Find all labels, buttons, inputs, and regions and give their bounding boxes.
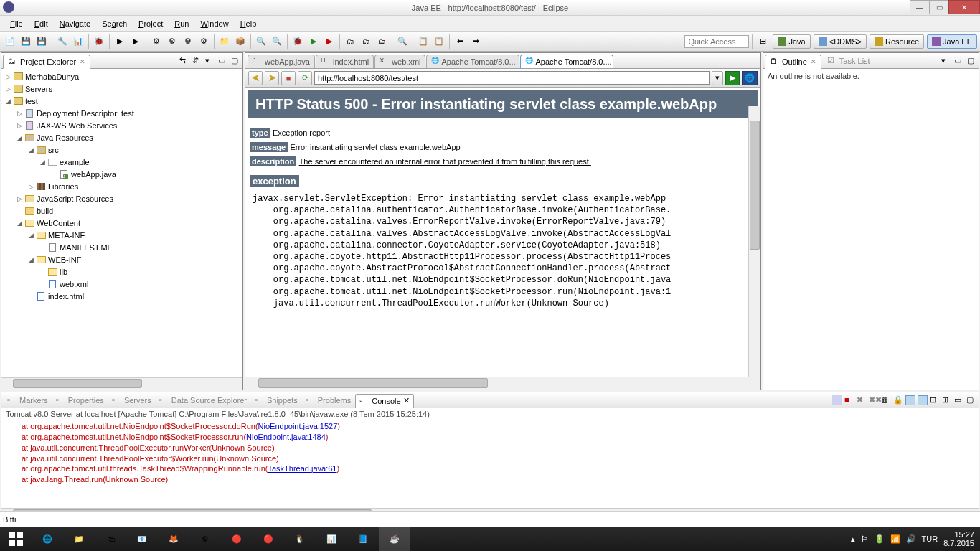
close-view-icon[interactable]: ✕ <box>80 58 85 65</box>
forward-icon[interactable]: ➡ <box>468 34 483 49</box>
minimize-view-icon[interactable]: ▭ <box>954 56 964 66</box>
tasklist-tab[interactable]: ☑ Task List <box>823 54 875 67</box>
link-editor-icon[interactable]: ⇵ <box>192 56 202 66</box>
server-icon[interactable]: ▶ <box>128 34 143 49</box>
menu-search[interactable]: Search <box>96 18 133 29</box>
close-view-icon[interactable]: ✕ <box>811 58 816 65</box>
server-icon[interactable]: ▶ <box>113 34 127 49</box>
tree-item[interactable]: ▷Servers <box>1 83 242 95</box>
console-view-tab[interactable]: ▫Snippets <box>251 394 301 407</box>
horizontal-scrollbar[interactable] <box>1 377 242 390</box>
taskbar-app-icon[interactable]: ⚙ <box>189 527 221 551</box>
perspective-resource[interactable]: Resource <box>870 34 924 49</box>
tray-flag-icon[interactable]: 🏳 <box>861 534 869 543</box>
tool-icon[interactable]: 🗂 <box>343 34 357 49</box>
tool-icon[interactable]: 📋 <box>416 34 430 49</box>
browser-go-button[interactable]: ▶ <box>725 71 740 85</box>
url-dropdown-icon[interactable]: ▾ <box>712 71 723 85</box>
maximize-view-icon[interactable]: ▢ <box>966 395 976 405</box>
open-console-icon[interactable]: ⊞ <box>930 395 940 405</box>
menu-project[interactable]: Project <box>133 18 169 29</box>
tree-item[interactable]: MANIFEST.MF <box>1 241 242 253</box>
tree-item[interactable]: ▷Deployment Descriptor: test <box>1 107 242 119</box>
open-perspective-icon[interactable]: ⊞ <box>755 34 770 49</box>
tray-time[interactable]: 15:27 <box>943 530 974 539</box>
menu-file[interactable]: File <box>4 18 29 29</box>
console-view-tab[interactable]: ▫Servers <box>108 394 155 407</box>
browser-forward-icon[interactable]: ⮞ <box>265 71 279 85</box>
tool-icon[interactable]: 📊 <box>71 34 85 49</box>
tray-volume-icon[interactable]: 🔊 <box>906 534 916 544</box>
tray-network-icon[interactable]: 📶 <box>890 534 900 544</box>
tray-up-icon[interactable]: ▴ <box>851 534 855 544</box>
horizontal-scrollbar[interactable] <box>245 377 760 390</box>
minimize-view-icon[interactable]: ▭ <box>218 56 228 66</box>
tree-item[interactable]: JwebApp.java <box>1 168 242 180</box>
collapse-all-icon[interactable]: ⇆ <box>179 56 189 66</box>
save-all-icon[interactable]: 💾 <box>34 34 49 49</box>
tool-icon[interactable]: 🔍 <box>254 34 268 49</box>
minimize-view-icon[interactable]: ▭ <box>954 395 964 405</box>
outline-tab[interactable]: 🗒 Outline ✕ <box>765 55 821 69</box>
remove-all-icon[interactable]: ✖✖ <box>869 395 879 405</box>
taskbar-app-icon[interactable]: 📊 <box>316 527 347 551</box>
save-icon[interactable]: 💾 <box>19 34 33 49</box>
tree-item[interactable]: ◢test <box>1 95 242 107</box>
browser-refresh-icon[interactable]: ⟳ <box>298 71 312 85</box>
remove-launch-icon[interactable]: ✖ <box>857 395 867 405</box>
vertical-scrollbar[interactable] <box>748 106 760 377</box>
tool-icon[interactable]: ⚙ <box>197 34 211 49</box>
close-view-icon[interactable]: ✕ <box>403 396 410 405</box>
start-button[interactable] <box>0 527 32 551</box>
editor-tab[interactable]: Xweb.xml <box>374 55 425 68</box>
tray-lang[interactable]: TUR <box>922 534 938 543</box>
browser-content[interactable]: HTTP Status 500 - Error instantiating se… <box>245 88 760 377</box>
tool-icon[interactable]: ⚙ <box>165 34 179 49</box>
tree-item[interactable]: ◢src <box>1 143 242 156</box>
pin-console-icon[interactable] <box>905 395 915 405</box>
tree-item[interactable]: index.html <box>1 290 242 302</box>
terminate-icon[interactable]: ■ <box>844 395 854 405</box>
console-view-tab[interactable]: ▫Data Source Explorer <box>156 394 250 407</box>
quick-access-input[interactable] <box>684 35 749 48</box>
back-icon[interactable]: ⬅ <box>453 34 467 49</box>
tree-item[interactable]: ◢WEB-INF <box>1 253 242 265</box>
tray-date[interactable]: 8.7.2015 <box>943 539 974 547</box>
scroll-lock-icon[interactable]: 🔒 <box>893 395 903 405</box>
perspective-javaee[interactable]: Java EE <box>927 34 977 49</box>
debug-run-icon[interactable]: 🐞 <box>291 34 305 49</box>
tree-item[interactable]: ◢Java Resources <box>1 131 242 143</box>
browser-stop-icon[interactable]: ■ <box>281 71 296 85</box>
new-package-icon[interactable]: 📦 <box>233 34 248 49</box>
url-input[interactable] <box>314 71 710 85</box>
editor-tab[interactable]: JwebApp.java <box>248 55 315 68</box>
console-view-tab[interactable]: ▫Problems <box>302 394 354 407</box>
system-tray[interactable]: ▴ 🏳 🔋 📶 🔊 TUR 15:27 8.7.2015 <box>851 530 980 547</box>
editor-tab[interactable]: Hindex.html <box>316 55 374 68</box>
browser-globe-icon[interactable]: 🌐 <box>742 71 758 85</box>
view-menu-icon[interactable]: ▾ <box>205 56 215 66</box>
console-output[interactable]: at org.apache.tomcat.util.net.NioEndpoin… <box>1 420 979 508</box>
close-button[interactable]: ✕ <box>948 0 980 14</box>
tool-icon[interactable]: 🔍 <box>270 34 284 49</box>
perspective-java[interactable]: Java <box>773 34 810 49</box>
menu-navigate[interactable]: Navigate <box>54 18 96 29</box>
view-menu-icon[interactable]: ▾ <box>941 56 951 66</box>
run-ext-icon[interactable]: ▶ <box>322 34 336 49</box>
tray-battery-icon[interactable]: 🔋 <box>875 534 885 544</box>
console-view-tab[interactable]: ▫Properties <box>52 394 108 407</box>
new-icon[interactable]: 📄 <box>3 34 17 49</box>
tree-item[interactable]: ▷JavaScript Resources <box>1 192 242 204</box>
taskbar-ie-icon[interactable]: 🌐 <box>32 527 63 551</box>
tool-icon[interactable]: 📋 <box>432 34 446 49</box>
taskbar-chrome-icon[interactable]: 🔴 <box>221 527 253 551</box>
taskbar-app-icon[interactable]: 📧 <box>126 527 158 551</box>
taskbar-app-icon[interactable]: 📘 <box>347 527 379 551</box>
perspective-ddms[interactable]: <DDMS> <box>814 34 867 49</box>
taskbar-store-icon[interactable]: 🛍 <box>95 527 126 551</box>
tool-icon[interactable]: ⚙ <box>149 34 164 49</box>
taskbar-eclipse-icon[interactable]: ☕ <box>379 527 410 551</box>
menu-run[interactable]: Run <box>169 18 194 29</box>
editor-tab[interactable]: 🌐Apache Tomcat/8.0... <box>426 55 519 68</box>
run-icon[interactable]: ▶ <box>306 34 321 49</box>
